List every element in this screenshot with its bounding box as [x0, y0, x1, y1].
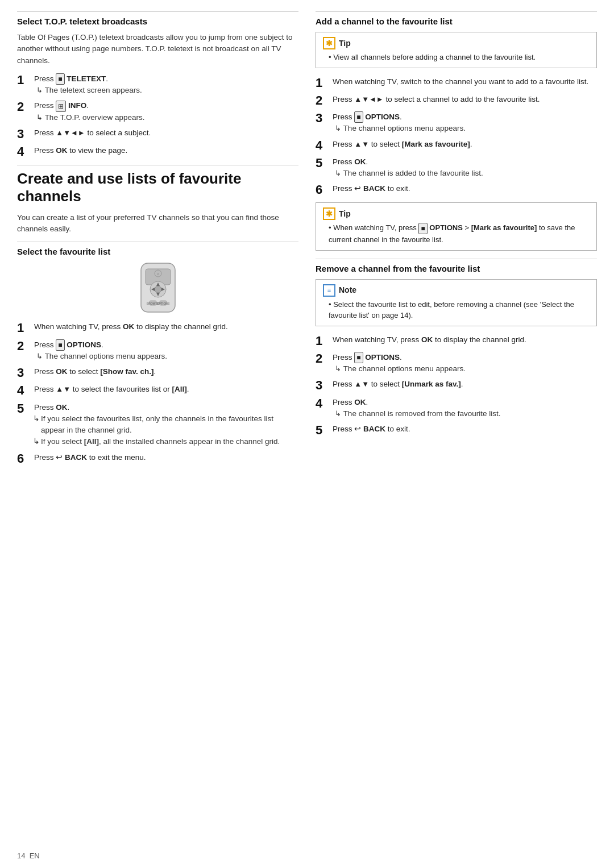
svg-text:⌂: ⌂ — [157, 272, 159, 276]
tip-box-1: ✱ Tip View all channels before adding a … — [316, 32, 597, 68]
info-button-icon: ⊞ — [56, 101, 66, 112]
options-icon-2: ■ — [354, 111, 363, 123]
step-content: Press ▲▼◄► to select a channel to add to… — [333, 94, 597, 105]
step-item: 4 Press OK to view the page. — [17, 145, 298, 159]
back-label-2: BACK — [363, 184, 385, 193]
step-item: 2 Press ▲▼◄► to select a channel to add … — [316, 94, 597, 107]
step-content: Press ↩ BACK to exit. — [333, 423, 597, 435]
step-item: 5 Press OK. If you select the favourites… — [17, 402, 298, 448]
step-item: 3 Press ▲▼ to select [Unmark as fav.]. — [316, 379, 597, 392]
ok-label-2: OK — [354, 157, 366, 166]
tip-box-2: ✱ Tip When watching TV, press ■ OPTIONS … — [316, 202, 597, 250]
top-section-body: Table Of Pages (T.O.P.) teletext broadca… — [17, 32, 298, 67]
step-number: 3 — [17, 366, 30, 380]
step-number: 1 — [17, 321, 30, 335]
sub-bullet-1: If you select the favourites list, only … — [34, 413, 298, 437]
options-icon: ■ — [56, 339, 64, 351]
step-result: The teletext screen appears. — [34, 85, 298, 96]
section-rule-fav — [17, 242, 298, 242]
step-number: 2 — [316, 94, 328, 107]
step-item: 2 Press ■ OPTIONS. The channel options m… — [17, 339, 298, 363]
tip-bullet-2: When watching TV, press ■ OPTIONS > [Mar… — [323, 222, 590, 245]
back-label-3: BACK — [363, 425, 385, 433]
footer-page-number: 14 — [17, 852, 25, 860]
step-number: 5 — [316, 423, 328, 437]
mark-fav-bracket: [Mark as favourite] — [402, 140, 470, 148]
step-item: 4 Press ▲▼ to select the favourites list… — [17, 384, 298, 397]
step-number: 3 — [316, 111, 328, 125]
step-result: The channel options menu appears. — [333, 123, 597, 134]
note-label: Note — [339, 284, 356, 296]
step-content: Press ■ OPTIONS. The channel options men… — [333, 352, 597, 375]
step-item: 1 When watching TV, press OK to display … — [316, 334, 597, 348]
step-number: 1 — [17, 73, 30, 87]
add-step-list: 1 When watching TV, switch to the channe… — [316, 76, 597, 197]
tip-icon-2: ✱ — [323, 207, 335, 220]
svg-point-3 — [155, 286, 161, 293]
fav-step-list: 1 When watching TV, press OK to display … — [17, 321, 298, 465]
options-tip-label: OPTIONS — [429, 223, 463, 232]
step-content: When watching TV, switch to the channel … — [333, 76, 597, 88]
ok-label-3: OK — [421, 335, 433, 344]
back-label: BACK — [65, 453, 87, 462]
tip-header-2: ✱ Tip — [323, 207, 590, 220]
step-item: 3 Press ▲▼◄► to select a subject. — [17, 127, 298, 141]
step-number: 2 — [17, 339, 30, 353]
nav-arrows-updown: ▲▼ — [56, 385, 70, 393]
remove-step-list: 1 When watching TV, press OK to display … — [316, 334, 597, 438]
fav-section-title: Select the favourite list — [17, 247, 298, 256]
step-content: Press OK. The channel is removed from th… — [333, 397, 597, 420]
step-content: Press OK to select [Show fav. ch.]. — [34, 366, 298, 377]
ok-label: OK — [56, 403, 67, 412]
section-rule-remove — [316, 259, 597, 259]
section-rule-main — [17, 165, 298, 165]
step-content: Press ■ TELETEXT. The teletext screen ap… — [34, 73, 298, 97]
add-section-title: Add a channel to the favourite list — [316, 16, 597, 26]
step-content: Press ↩ BACK to exit the menu. — [34, 452, 298, 463]
main-section-title: Create and use lists of favourite channe… — [17, 170, 298, 205]
step-item: 4 Press ▲▼ to select [Mark as favourite]… — [316, 139, 597, 152]
step-item: 3 Press OK to select [Show fav. ch.]. — [17, 366, 298, 380]
options-label-2: OPTIONS — [365, 113, 400, 121]
step-number: 4 — [17, 384, 30, 397]
step-item: 6 Press ↩ BACK to exit. — [316, 183, 597, 197]
options-icon-tip: ■ — [418, 223, 427, 234]
note-icon: ≡ — [323, 284, 335, 297]
step-content: Press OK to view the page. — [34, 145, 298, 156]
tip-label-2: Tip — [339, 208, 351, 220]
options-label: OPTIONS — [67, 340, 101, 349]
step-item: 5 Press OK. The channel is added to the … — [316, 156, 597, 180]
step-number: 3 — [316, 379, 328, 392]
nav-arrows: ▲▼◄► — [56, 128, 85, 137]
page-footer: 14 EN — [17, 852, 40, 860]
step-number: 4 — [316, 397, 328, 410]
step-content: Press ▲▼ to select the favourites list o… — [34, 384, 298, 395]
step-item: 2 Press ■ OPTIONS. The channel options m… — [316, 352, 597, 375]
section-rule-top — [17, 11, 298, 12]
step-content: Press ⊞ INFO. The T.O.P. overview appear… — [34, 100, 298, 123]
ok-label: OK — [123, 322, 134, 331]
options-label-3: OPTIONS — [365, 353, 400, 362]
ok-label-4: OK — [354, 398, 366, 406]
step-number: 5 — [316, 156, 328, 170]
step-content: When watching TV, press OK to display th… — [333, 334, 597, 346]
left-column: Select T.O.P. teletext broadcasts Table … — [17, 11, 298, 471]
step-number: 6 — [17, 452, 30, 466]
all-bracket-inline: [All] — [84, 437, 99, 446]
all-bracket: [All] — [172, 385, 187, 393]
teletext-button-icon: ■ — [56, 73, 64, 85]
tip-header-1: ✱ Tip — [323, 37, 590, 49]
step-number: 5 — [17, 402, 30, 416]
top-step-list: 1 Press ■ TELETEXT. The teletext screen … — [17, 73, 298, 159]
note-bullet: Select the favourite list to edit, befor… — [323, 299, 590, 321]
step-item: 3 Press ■ OPTIONS. The channel options m… — [316, 111, 597, 135]
nav-arrows-updown-3: ▲▼ — [354, 380, 369, 388]
remote-control-image: BROWSE OPTIONS ⌂ — [107, 262, 209, 313]
main-section-body: You can create a list of your preferred … — [17, 212, 298, 235]
mark-fav-tip-bracket: [Mark as favourite] — [471, 223, 537, 232]
tip-icon-1: ✱ — [323, 37, 335, 49]
step-result-3: The channel options menu appears. — [333, 363, 597, 375]
step-number: 2 — [316, 352, 328, 366]
step-item: 4 Press OK. The channel is removed from … — [316, 397, 597, 420]
show-fav-bracket: [Show fav. ch.] — [100, 367, 154, 376]
